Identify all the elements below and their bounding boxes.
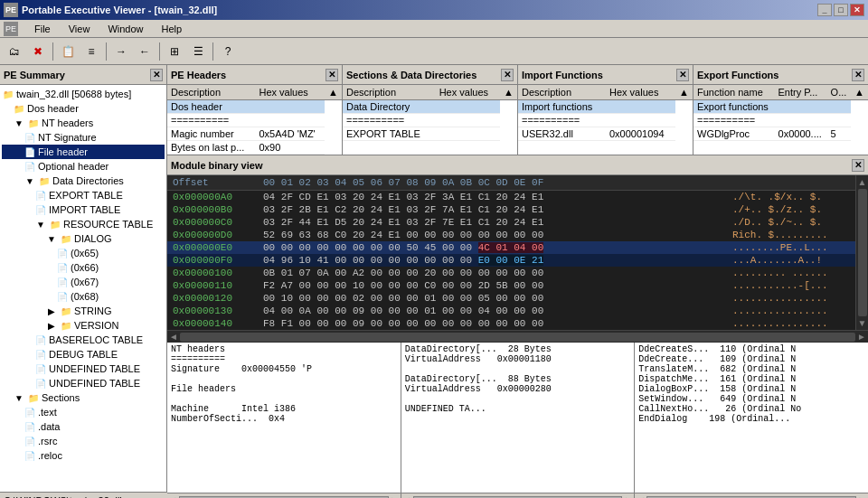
- binary-hex: 00 10 00 00 00 02 00 00 00 01 00 00 05 0…: [263, 293, 732, 304]
- bm-scroll-left[interactable]: ◄: [403, 495, 411, 499]
- menu-view[interactable]: View: [63, 22, 96, 36]
- sections-data-dirs-table: Description Hex values ▲ Data Directory: [343, 85, 517, 141]
- tree-nt-headers[interactable]: ▼ 📁 NT headers: [2, 116, 165, 130]
- binary-view-close[interactable]: ✕: [852, 159, 864, 172]
- tree-rsrc[interactable]: 📄 .rsrc: [2, 434, 165, 448]
- close-button[interactable]: ✕: [850, 4, 864, 16]
- menu-window[interactable]: Window: [102, 22, 148, 36]
- import-functions-scroll[interactable]: Description Hex values ▲ Import function…: [518, 85, 693, 155]
- tree-debug[interactable]: 📄 DEBUG TABLE: [2, 347, 165, 362]
- export-functions-title: Export Functions: [697, 70, 778, 80]
- tree-dialog[interactable]: ▼ 📁 DIALOG: [2, 231, 165, 246]
- tree-0x67[interactable]: 📄 (0x67): [2, 275, 165, 289]
- br-scroll-right[interactable]: ►: [858, 495, 866, 499]
- pe-summary-tree[interactable]: 📁 twain_32.dll [50688 bytes] 📁 Dos heade…: [0, 85, 166, 492]
- hscroll-left-icon[interactable]: ◄: [169, 332, 178, 342]
- pe-headers-panel: PE Headers ✕ Description Hex values ▲: [167, 65, 343, 155]
- tree-root[interactable]: 📁 twain_32.dll [50688 bytes]: [2, 87, 165, 101]
- binary-hscrollbar[interactable]: ◄ ►: [167, 330, 868, 343]
- tree-reloc[interactable]: 📄 .reloc: [2, 448, 165, 463]
- binary-scrollbar[interactable]: ▲ ▼: [855, 175, 868, 330]
- tree-version[interactable]: ▶ 📁 VERSION: [2, 318, 165, 333]
- bm-scroll-right[interactable]: ►: [624, 495, 632, 499]
- 0x67-label: (0x67): [71, 277, 99, 287]
- tree-undefined2[interactable]: 📄 UNDEFINED TABLE: [2, 376, 165, 390]
- scroll-thumb[interactable]: [858, 189, 867, 316]
- menu-file[interactable]: File: [29, 22, 56, 36]
- bottom-right-content: DdeCreateS... 110 (Ordinal N DdeCreate..…: [638, 344, 864, 424]
- tree-0x65[interactable]: 📄 (0x65): [2, 246, 165, 260]
- tree-0x66[interactable]: 📄 (0x66): [2, 260, 165, 275]
- import-table-icon: 📄: [34, 203, 47, 216]
- scroll-up-icon[interactable]: ▲: [858, 177, 867, 187]
- tree-nt-signature[interactable]: 📄 NT Signature: [2, 130, 165, 145]
- bottom-panel-right-scroll[interactable]: DdeCreateS... 110 (Ordinal N DdeCreate..…: [635, 343, 868, 493]
- br-scroll-left[interactable]: ◄: [637, 495, 645, 499]
- tree-string[interactable]: ▶ 📁 STRING: [2, 304, 165, 318]
- pe-headers-col1: Description: [167, 85, 255, 100]
- pe-headers-close[interactable]: ✕: [326, 69, 338, 81]
- bottom-mid-hscroll[interactable]: ◄ ►: [401, 493, 635, 498]
- tree-resource-table[interactable]: ▼ 📁 RESOURCE TABLE: [2, 217, 165, 231]
- toolbar-grid[interactable]: ⊞: [164, 41, 185, 62]
- restore-button[interactable]: □: [834, 4, 848, 16]
- main-layout: PE Summary ✕ 📁 twain_32.dll [50688 bytes…: [0, 65, 868, 492]
- tree-data[interactable]: 📄 .data: [2, 419, 165, 434]
- toolbar-list[interactable]: ≡: [80, 41, 102, 62]
- tree-data-dirs[interactable]: ▼ 📁 Data Directories: [2, 174, 165, 188]
- toolbar-lines[interactable]: ☰: [187, 41, 209, 62]
- tree-undefined1[interactable]: 📄 UNDEFINED TABLE: [2, 362, 165, 376]
- nt-sig-label: NT Signature: [38, 132, 97, 143]
- pe-summary-close[interactable]: ✕: [150, 69, 163, 81]
- minimize-button[interactable]: _: [817, 4, 832, 16]
- bottom-right-hscroll[interactable]: ◄ ►: [635, 493, 868, 498]
- sdd-scroll-btn[interactable]: ▲: [500, 85, 517, 100]
- tree-export-table[interactable]: 📄 EXPORT TABLE: [2, 188, 165, 202]
- import-functions-close[interactable]: ✕: [676, 69, 689, 81]
- toolbar-forward[interactable]: →: [110, 41, 132, 62]
- if-scroll-btn[interactable]: ▲: [675, 85, 693, 100]
- toolbar-back[interactable]: ←: [134, 41, 156, 62]
- sections-data-dirs-scroll[interactable]: Description Hex values ▲ Data Directory: [343, 85, 517, 155]
- tree-sections[interactable]: ▼ 📁 Sections: [2, 390, 165, 405]
- cell: EXPORT TABLE: [343, 127, 436, 141]
- cell: Dos header: [167, 100, 255, 114]
- tree-dos-header[interactable]: 📁 Dos header: [2, 101, 165, 116]
- toolbar-open[interactable]: 🗂: [4, 41, 25, 62]
- status-text: C:\WINDOWS\twain_32.dll: [4, 495, 122, 499]
- bl-scroll-right[interactable]: ►: [391, 495, 399, 499]
- export-functions-scroll[interactable]: Function name Entry P... O... ▲ Export f…: [693, 85, 868, 155]
- tree-optional-header[interactable]: 📄 Optional header: [2, 159, 165, 174]
- toolbar-copy[interactable]: 📋: [57, 41, 79, 62]
- ef-scroll-btn[interactable]: ▲: [851, 85, 868, 100]
- binary-offset: 0x000000D0: [173, 230, 263, 240]
- scroll-down-icon[interactable]: ▼: [858, 318, 867, 328]
- hscroll-thumb[interactable]: [180, 333, 855, 342]
- tree-file-header[interactable]: 📄 File header: [2, 145, 165, 159]
- hscroll-right-icon[interactable]: ►: [857, 332, 866, 342]
- menu-help[interactable]: Help: [156, 22, 188, 36]
- tree-0x68[interactable]: 📄 (0x68): [2, 289, 165, 304]
- binary-rows-scroll[interactable]: 0x000000A0 04 2F CD E1 03 20 24 E1 03 2F…: [167, 191, 855, 330]
- export-functions-header: Export Functions ✕: [693, 65, 868, 85]
- bl-scroll-left[interactable]: ◄: [169, 495, 177, 499]
- resource-table-expand-icon: ▼: [34, 218, 47, 230]
- cell: [827, 100, 852, 114]
- tree-text[interactable]: 📄 .text: [2, 405, 165, 419]
- pe-headers-scroll-btn[interactable]: ▲: [325, 85, 342, 100]
- bottom-left-hscroll[interactable]: ◄ ►: [167, 493, 401, 498]
- bottom-panel-left-scroll[interactable]: NT headers ========== Signature 0x000045…: [167, 343, 401, 493]
- tree-basereloc[interactable]: 📄 BASERELOC TABLE: [2, 333, 165, 347]
- toolbar-close[interactable]: ✖: [27, 41, 49, 62]
- tree-import-table[interactable]: 📄 IMPORT TABLE: [2, 202, 165, 217]
- pe-headers-scroll[interactable]: Description Hex values ▲ Dos header: [167, 85, 342, 155]
- export-functions-close[interactable]: ✕: [852, 69, 864, 81]
- cell: [255, 114, 325, 127]
- cell: 0x00001094: [606, 127, 675, 141]
- sections-data-dirs-close[interactable]: ✕: [501, 69, 514, 81]
- table-row: WGDlgProc 0x0000.... 5: [693, 127, 868, 141]
- toolbar-help[interactable]: ?: [217, 41, 239, 62]
- import-functions-header: Import Functions ✕: [518, 65, 693, 85]
- import-table-label: IMPORT TABLE: [49, 204, 120, 215]
- bottom-panel-mid-scroll[interactable]: DataDirectory[... 28 Bytes VirtualAddres…: [401, 343, 635, 493]
